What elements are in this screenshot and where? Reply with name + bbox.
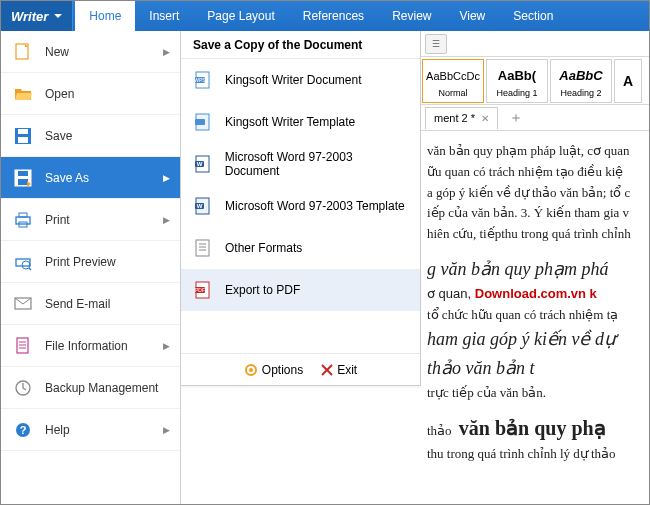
svg-text:W: W [197,203,203,209]
menu-home[interactable]: Home [75,1,135,31]
wps-icon: WPS [193,70,213,90]
exit-button[interactable]: Exit [321,363,357,377]
wpt-icon [193,112,213,132]
svg-text:W: W [197,161,203,167]
dot-icon: W [193,196,213,216]
chevron-down-icon [54,14,62,18]
doc-text: iếp của văn bản. 3. Ý kiến tham gia v [427,203,643,224]
doc-icon: W [193,154,213,174]
menu-section[interactable]: Section [499,1,567,31]
style-normal[interactable]: AaBbCcDc Normal [422,59,484,103]
document-canvas[interactable]: văn bản quy phạm pháp luật, cơ quan ữu q… [421,131,649,475]
menu-insert[interactable]: Insert [135,1,193,31]
pdf-icon: PDF [193,280,213,300]
style-heading1[interactable]: AaBb( Heading 1 [486,59,548,103]
save-as-other[interactable]: Other Formats [181,227,420,269]
file-menu-label: Print Preview [45,255,116,269]
app-brand[interactable]: Writer [1,1,73,31]
file-menu-send-email[interactable]: Send E-mail [1,283,180,325]
styles-gallery: AaBbCcDc Normal AaBb( Heading 1 AaBbC He… [421,57,649,105]
file-menu-label: Send E-mail [45,297,110,311]
file-menu-new[interactable]: New ▶ [1,31,180,73]
svg-rect-25 [195,119,205,125]
svg-text:PDF: PDF [195,287,205,293]
svg-point-40 [249,368,253,372]
file-menu-label: New [45,45,69,59]
saveas-icon [13,168,33,188]
style-name: Normal [438,88,467,98]
mail-icon [13,294,33,314]
svg-rect-3 [18,137,28,143]
file-menu-file-info[interactable]: File Information ▶ [1,325,180,367]
save-as-kingsoft-doc[interactable]: WPS Kingsoft Writer Document [181,59,420,101]
app-name: Writer [11,9,48,24]
svg-text:?: ? [20,424,27,436]
doc-text: ơ quan, Download.com.vn k [427,284,643,305]
doc-text: ữu quan có trách nhiệm tạo điều kiệ [427,162,643,183]
doc-text: a góp ý kiến về dự thảo văn bản; tổ c [427,183,643,204]
style-heading2[interactable]: AaBbC Heading 2 [550,59,612,103]
file-menu-pane: New ▶ Open Save Save As ▶ Print ▶ Print … [1,31,181,504]
svg-text:WPS: WPS [194,77,206,83]
menu-page-layout[interactable]: Page Layout [193,1,288,31]
file-menu-open[interactable]: Open [1,73,180,115]
document-tabstrip: ment 2 * ✕ ＋ [421,105,649,131]
style-preview: A [623,69,633,93]
svg-rect-7 [16,217,30,224]
file-menu-save[interactable]: Save [1,115,180,157]
save-as-label: Kingsoft Writer Document [225,73,362,87]
exit-label: Exit [337,363,357,377]
file-menu-print-preview[interactable]: Print Preview [1,241,180,283]
file-menu-backup[interactable]: Backup Management [1,367,180,409]
options-button[interactable]: Options [244,363,303,377]
help-icon: ? [13,420,33,440]
doc-text: tổ chức hữu quan có trách nhiệm tạ [427,305,643,326]
doc-text: thu trong quá trình chỉnh lý dự thảo [427,444,643,465]
options-label: Options [262,363,303,377]
style-name: Heading 2 [560,88,601,98]
document-tab[interactable]: ment 2 * ✕ [425,107,498,129]
editor-area: ☰ AaBbCcDc Normal AaBb( Heading 1 AaBbC … [421,31,649,504]
save-as-kingsoft-tpl[interactable]: Kingsoft Writer Template [181,101,420,143]
file-menu-save-as[interactable]: Save As ▶ [1,157,180,199]
save-as-word-tpl[interactable]: W Microsoft Word 97-2003 Template [181,185,420,227]
svg-rect-5 [18,171,28,176]
file-menu-label: Save [45,129,72,143]
save-as-label: Kingsoft Writer Template [225,115,355,129]
save-as-label: Export to PDF [225,283,300,297]
ribbon-structure-icon[interactable]: ☰ [425,34,447,54]
doc-text: trực tiếp của văn bản. [427,383,643,404]
save-as-footer: Options Exit [181,353,420,385]
doc-text: ham gia góp ý kiến về dự thảo văn bản t [427,325,643,383]
file-menu-help[interactable]: ? Help ▶ [1,409,180,451]
info-icon [13,336,33,356]
new-tab-button[interactable]: ＋ [506,108,526,128]
style-preview: AaBbCcDc [426,64,480,88]
backup-icon [13,378,33,398]
doc-text: g văn bản quy phạm phá [427,255,643,284]
chevron-right-icon: ▶ [163,215,170,225]
menu-review[interactable]: Review [378,1,445,31]
file-menu-label: File Information [45,339,128,353]
doc-text: văn bản quy phạm pháp luật, cơ quan [427,141,643,162]
save-as-export-pdf[interactable]: PDF Export to PDF [181,269,420,311]
file-menu-label: Print [45,213,70,227]
save-as-title: Save a Copy of the Document [181,31,420,59]
style-more[interactable]: A [614,59,642,103]
svg-rect-6 [18,179,28,185]
chevron-right-icon: ▶ [163,47,170,57]
document-tab-title: ment 2 * [434,112,475,124]
file-menu-label: Backup Management [45,381,158,395]
menu-view[interactable]: View [445,1,499,31]
save-as-label: Microsoft Word 97-2003 Template [225,199,405,213]
watermark-text: Download.com.vn k [475,286,597,301]
svg-rect-2 [18,129,28,134]
save-as-label: Other Formats [225,241,302,255]
save-as-word-doc[interactable]: W Microsoft Word 97-2003 Document [181,143,420,185]
file-menu-label: Open [45,87,74,101]
gear-icon [244,363,258,377]
ribbon-quick-row: ☰ [421,31,649,57]
file-menu-print[interactable]: Print ▶ [1,199,180,241]
menu-references[interactable]: References [289,1,378,31]
close-icon[interactable]: ✕ [481,113,489,124]
